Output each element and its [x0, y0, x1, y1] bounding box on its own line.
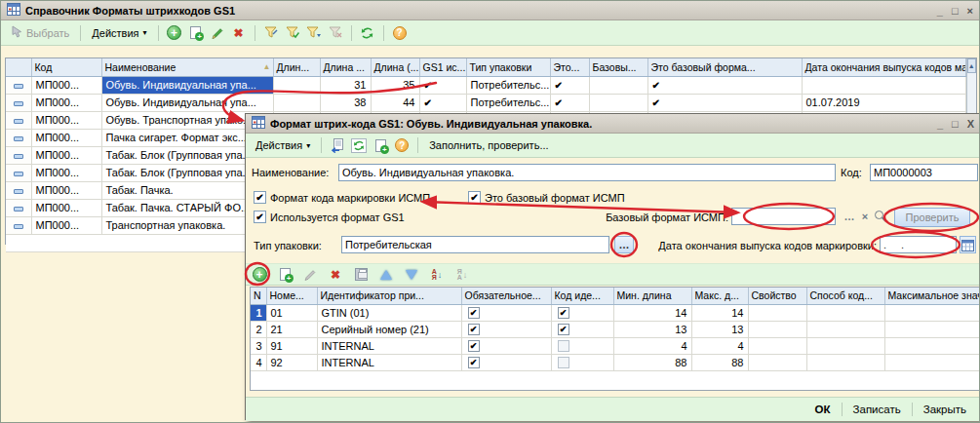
cell-base[interactable] — [589, 94, 647, 111]
grid-column-header-1[interactable]: N — [251, 288, 266, 304]
checkbox-format-ismp[interactable]: ✔Формат кода маркировки ИСМП — [254, 191, 430, 204]
cell-len3[interactable]: 44 — [371, 94, 419, 111]
column-header-8[interactable]: Это... — [550, 58, 589, 76]
grid-cell-min[interactable]: 4 — [613, 337, 691, 354]
close-button[interactable]: Закрыть — [920, 403, 970, 416]
grid-end-edit-button[interactable] — [352, 266, 370, 284]
grid-column-header-8[interactable]: Свойство — [748, 288, 806, 304]
cell-name[interactable]: Обувь. Индивидуальная упа... — [101, 94, 273, 111]
filter-sort-button[interactable] — [262, 24, 280, 42]
grid-cell-id[interactable]: GTIN (01) — [317, 304, 461, 321]
grid-add-button[interactable]: + — [251, 266, 268, 284]
grid-cell-id[interactable]: INTERNAL — [317, 354, 461, 370]
cell-code[interactable]: МП000... — [31, 129, 101, 146]
cell-pack[interactable]: Потребительс... — [466, 94, 550, 111]
cell-len2[interactable]: 31 — [320, 76, 371, 94]
grid-cell-max[interactable]: 14 — [691, 304, 748, 321]
cell-len3[interactable]: 35 — [371, 76, 419, 94]
dialog-close-icon[interactable]: X — [967, 118, 974, 130]
grid-cell-prop[interactable] — [748, 354, 806, 370]
name-field[interactable]: Обувь. Индивидуальная упаковка. — [338, 164, 836, 181]
grid-cell-num[interactable]: 92 — [266, 354, 317, 370]
code-field[interactable]: МП0000003 — [870, 164, 978, 181]
checkbox-base-ismp[interactable]: ✔Это базовый формат ИСМП — [468, 191, 625, 204]
list-row-2[interactable]: МП000...Обувь. Индивидуальная упа...3844… — [6, 94, 965, 111]
dialog-refresh-button[interactable] — [350, 136, 368, 154]
column-header-11[interactable]: Дата окончания выпуска кодов мар... — [802, 58, 965, 76]
maximize-icon[interactable]: □ — [952, 5, 959, 17]
cell-len2[interactable]: 38 — [320, 94, 371, 111]
cell-code[interactable]: МП000... — [31, 111, 101, 129]
grid-cell-prop[interactable] — [748, 304, 806, 321]
cell-code[interactable]: МП000... — [31, 146, 101, 164]
cell-f1[interactable]: ✔ — [550, 94, 589, 111]
column-header-10[interactable]: Это базовый форма... — [647, 58, 802, 76]
reread-button[interactable] — [329, 136, 346, 154]
grid-column-header-9[interactable]: Способ код... — [806, 288, 884, 304]
column-header-6[interactable]: GS1 ис... — [419, 58, 466, 76]
checkbox-checked-icon[interactable]: ✔ — [468, 340, 480, 352]
dialog-maximize-icon[interactable]: □ — [952, 118, 959, 130]
grid-row-1[interactable]: 101GTIN (01)✔✔1414 — [251, 304, 980, 321]
grid-cell-max[interactable]: 88 — [691, 354, 748, 370]
dialog-actions-button[interactable]: Действия▾ — [252, 138, 314, 152]
column-header-5[interactable]: Длина (... — [371, 58, 419, 76]
checkbox-checked-icon[interactable]: ✔ — [468, 357, 480, 368]
grid-sort-asc-button[interactable]: АЯ↓ — [428, 266, 446, 284]
pack-type-dots-button[interactable]: … — [614, 236, 634, 253]
cell-code[interactable]: МП000... — [31, 76, 101, 94]
grid-move-up-button[interactable] — [377, 266, 395, 284]
grid-column-header-7[interactable]: Макс. д... — [691, 288, 748, 304]
grid-edit-button[interactable] — [301, 266, 319, 284]
grid-cell-min[interactable]: 88 — [613, 354, 691, 370]
help-button[interactable]: ? — [391, 24, 409, 42]
scroll-up-icon[interactable]: ▲ — [967, 58, 977, 73]
cell-code[interactable]: МП000... — [31, 94, 101, 111]
actions-button[interactable]: Действия▾ — [88, 26, 150, 40]
write-button[interactable]: Записать — [849, 403, 905, 416]
column-header-3[interactable]: Длин... — [273, 58, 320, 76]
grid-cell-prop[interactable] — [748, 337, 806, 354]
column-header-7[interactable]: Тип упаковки — [466, 58, 550, 76]
grid-cell-method[interactable] — [806, 304, 884, 321]
grid-column-header-2[interactable]: Номе... — [266, 288, 317, 304]
calendar-button[interactable] — [960, 236, 976, 253]
grid-cell-required[interactable]: ✔ — [461, 337, 551, 354]
cell-pack[interactable]: Потребительс... — [466, 76, 550, 94]
check-button[interactable]: Проверить — [894, 208, 970, 227]
filter-history-button[interactable] — [305, 24, 323, 42]
grid-cell-n[interactable]: 3 — [251, 337, 266, 354]
cell-name[interactable]: Обувь. Индивидуальная упа... — [101, 76, 273, 94]
grid-cell-id[interactable]: INTERNAL — [317, 337, 461, 354]
grid-cell-maxval[interactable] — [884, 337, 980, 354]
grid-row-2[interactable]: 221Серийный номер (21)✔✔1313 — [251, 321, 980, 337]
checkbox-checked-icon[interactable]: ✔ — [558, 324, 569, 335]
grid-sort-desc-button[interactable]: ЯА↓ — [453, 266, 471, 284]
cell-f2[interactable]: ✔ — [647, 94, 802, 111]
cell-date[interactable] — [802, 76, 965, 94]
grid-cell-required[interactable]: ✔ — [461, 304, 551, 321]
grid-column-header-4[interactable]: Обязательное... — [461, 288, 551, 304]
main-titlebar[interactable]: Справочник Форматы штрихкодов GS1 _ □ × — [1, 1, 979, 20]
checkbox-unchecked-icon[interactable] — [558, 357, 569, 368]
grid-column-header-3[interactable]: Идентификатор при... — [317, 288, 461, 304]
grid-cell-code_id[interactable] — [551, 354, 613, 370]
grid-cell-n[interactable]: 2 — [251, 321, 266, 337]
cell-code[interactable]: МП000... — [31, 199, 101, 216]
grid-cell-num[interactable]: 01 — [266, 304, 317, 321]
grid-cell-method[interactable] — [806, 337, 884, 354]
column-header-1[interactable]: Код — [31, 58, 101, 76]
grid-column-header-5[interactable]: Код иде... — [551, 288, 613, 304]
dialog-minimize-icon[interactable]: _ — [937, 118, 943, 130]
base-format-dots-button[interactable]: … — [843, 209, 856, 224]
close-icon[interactable]: × — [967, 5, 973, 17]
grid-cell-n[interactable]: 4 — [251, 354, 266, 370]
grid-cell-maxval[interactable] — [884, 304, 980, 321]
dialog-copy-button[interactable]: + — [372, 136, 389, 154]
grid-delete-button[interactable]: ✖ — [327, 266, 344, 284]
end-date-field[interactable]: . . — [880, 236, 957, 253]
cell-code[interactable]: МП000... — [31, 216, 101, 234]
cell-code[interactable]: МП000... — [31, 181, 101, 199]
cell-f1[interactable]: ✔ — [550, 76, 589, 94]
filter-clear-button[interactable] — [327, 24, 344, 42]
